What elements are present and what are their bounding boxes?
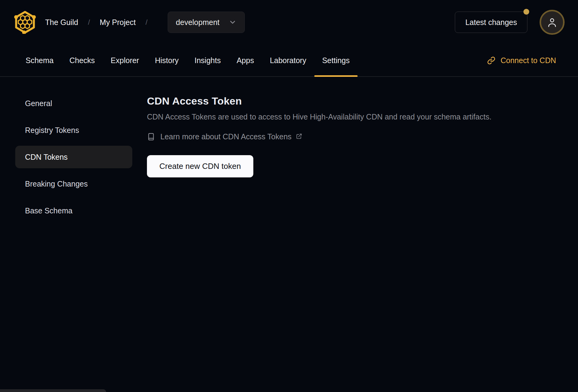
tab-checks[interactable]: Checks <box>62 45 103 76</box>
tab-laboratory[interactable]: Laboratory <box>262 45 314 76</box>
learn-more-label: Learn more about CDN Access Tokens <box>160 132 291 141</box>
header-actions: Latest changes <box>455 10 565 35</box>
bottom-toast-partial[interactable] <box>0 389 106 392</box>
tab-explorer[interactable]: Explorer <box>103 45 147 76</box>
tab-apps[interactable]: Apps <box>229 45 262 76</box>
user-icon <box>546 16 558 28</box>
breadcrumb-org[interactable]: The Guild <box>45 18 78 27</box>
tabs-list: Schema Checks Explorer History Insights … <box>18 45 358 76</box>
breadcrumb: The Guild / My Project / <box>45 18 157 27</box>
sidebar-item-base-schema[interactable]: Base Schema <box>15 199 132 222</box>
sidebar-item-registry-tokens[interactable]: Registry Tokens <box>15 119 132 141</box>
tab-navigation: Schema Checks Explorer History Insights … <box>0 45 578 77</box>
settings-sidebar: General Registry Tokens CDN Tokens Break… <box>0 77 132 226</box>
breadcrumb-separator: / <box>145 18 148 27</box>
app-header: The Guild / My Project / development Lat… <box>0 0 578 45</box>
main-panel: CDN Access Token CDN Access Tokens are u… <box>132 77 578 177</box>
tab-history[interactable]: History <box>147 45 187 76</box>
external-link-icon <box>296 133 302 139</box>
breadcrumb-project[interactable]: My Project <box>100 18 136 27</box>
tab-insights[interactable]: Insights <box>187 45 229 76</box>
page-description: CDN Access Tokens are used to access to … <box>147 112 560 121</box>
tab-settings[interactable]: Settings <box>314 45 358 76</box>
page-title: CDN Access Token <box>147 95 560 107</box>
target-selector-value: development <box>176 18 219 27</box>
sidebar-item-breaking-changes[interactable]: Breaking Changes <box>15 173 132 195</box>
content-area: General Registry Tokens CDN Tokens Break… <box>0 77 578 226</box>
link-icon <box>487 56 495 65</box>
target-selector-dropdown[interactable]: development <box>168 12 245 33</box>
connect-to-cdn-link[interactable]: Connect to CDN <box>487 45 556 76</box>
breadcrumb-separator: / <box>88 18 90 27</box>
sidebar-item-cdn-tokens[interactable]: CDN Tokens <box>15 146 132 168</box>
chevron-down-icon <box>229 18 237 26</box>
notification-dot <box>523 9 529 15</box>
user-avatar[interactable] <box>540 10 565 35</box>
tab-schema[interactable]: Schema <box>18 45 62 76</box>
sidebar-item-general[interactable]: General <box>15 92 132 115</box>
latest-changes-label: Latest changes <box>465 18 517 27</box>
connect-to-cdn-label: Connect to CDN <box>501 56 556 65</box>
hive-honeycomb-logo-icon[interactable] <box>13 11 37 34</box>
create-cdn-token-button[interactable]: Create new CDN token <box>147 155 253 177</box>
latest-changes-button[interactable]: Latest changes <box>455 12 527 33</box>
learn-more-link[interactable]: Learn more about CDN Access Tokens <box>147 132 560 141</box>
book-icon <box>147 133 155 141</box>
